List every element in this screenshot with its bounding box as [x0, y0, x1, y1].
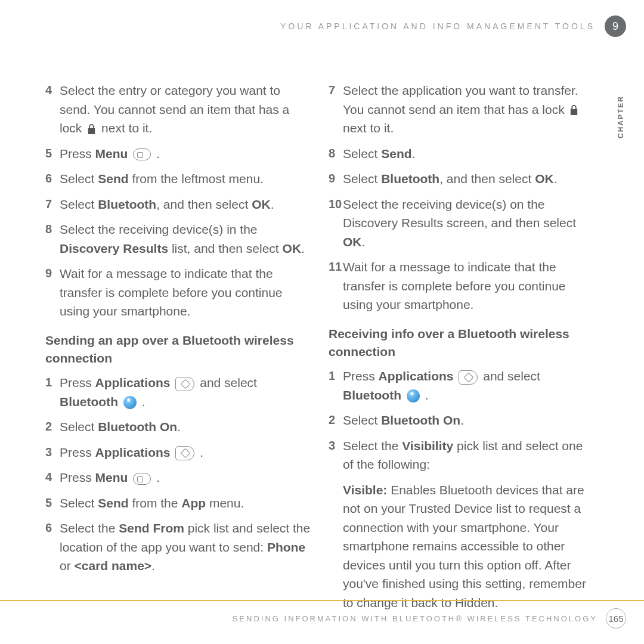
recv-step-3: 3Select the Visibility pick list and sel… [329, 436, 594, 474]
content-columns: 4Select the entry or category you want t… [45, 81, 594, 612]
page-footer: SENDING INFORMATION WITH BLUETOOTH® WIRE… [0, 600, 644, 628]
send-step-2: 2Select Bluetooth On. [45, 417, 311, 436]
visible-option: Visible: Enables Bluetooth devices that … [343, 481, 594, 612]
page-number: 165 [606, 608, 626, 628]
right-column: 7Select the application you want to tran… [329, 81, 594, 612]
rstep-11: 11Wait for a message to indicate that th… [329, 258, 594, 314]
left-column: 4Select the entry or category you want t… [45, 81, 311, 612]
recv-step-1: 1Press Applications and select Bluetooth… [329, 367, 594, 404]
footer-title: SENDING INFORMATION WITH BLUETOOTH® WIRE… [233, 614, 597, 623]
send-step-4: 4Press Menu . [45, 468, 311, 487]
applications-icon [459, 370, 478, 385]
send-step-1: 1Press Applications and select Bluetooth… [45, 373, 311, 411]
chapter-badge: 9 [605, 16, 626, 37]
lock-icon [569, 105, 578, 115]
heading-receiving: Receiving info over a Bluetooth wireless… [329, 325, 594, 361]
rstep-9: 9Select Bluetooth, and then select OK. [329, 169, 594, 188]
heading-sending-app: Sending an app over a Bluetooth wireless… [45, 332, 311, 368]
bluetooth-icon [407, 389, 420, 402]
page-header: YOUR APPLICATION AND INFO MANAGEMENT TOO… [280, 16, 626, 37]
step-8: 8Select the receiving device(s) in the D… [45, 220, 311, 258]
chapter-vertical-label: CHAPTER [617, 95, 625, 138]
rstep-8: 8Select Send. [329, 144, 594, 163]
applications-icon [175, 377, 194, 391]
footer-divider [0, 600, 644, 601]
rstep-7: 7Select the application you want to tran… [329, 81, 594, 138]
send-step-6: 6Select the Send From pick list and sele… [45, 519, 311, 575]
applications-icon [175, 446, 194, 460]
send-step-5: 5Select Send from the App menu. [45, 494, 311, 513]
step-5: 5Press Menu . [45, 144, 311, 163]
header-title: YOUR APPLICATION AND INFO MANAGEMENT TOO… [280, 21, 595, 31]
menu-icon [133, 473, 151, 485]
recv-step-2: 2Select Bluetooth On. [329, 411, 594, 430]
step-6: 6Select Send from the leftmost menu. [45, 169, 311, 188]
step-7: 7Select Bluetooth, and then select OK. [45, 195, 311, 214]
step-9: 9Wait for a message to indicate that the… [45, 264, 311, 321]
lock-icon [87, 124, 96, 134]
menu-icon [133, 148, 151, 160]
rstep-10: 10Select the receiving device(s) on the … [329, 195, 594, 252]
send-step-3: 3Press Applications . [45, 443, 311, 462]
bluetooth-icon [123, 396, 137, 409]
step-4: 4Select the entry or category you want t… [45, 81, 311, 138]
